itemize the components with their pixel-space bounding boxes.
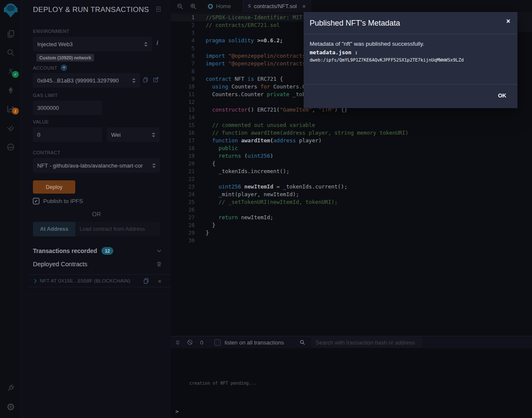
metadata-filename: metadata.json : [310,49,511,56]
ok-button[interactable]: OK [498,92,507,99]
modal-body: Metadata of "nft" was published successf… [304,34,517,84]
modal-footer: OK [304,84,517,108]
modal-close-icon[interactable]: × [506,18,510,25]
modal-title: Published NFT's Metadata [310,19,400,27]
modal-header: Published NFT's Metadata × [304,12,517,34]
published-metadata-modal: Published NFT's Metadata × Metadata of "… [304,12,517,108]
publish-success-message: Metadata of "nft" was published successf… [310,41,511,47]
ipfs-link: dweb:/ipfs/QmYL9P1Z7KE6AQvKJPFF52SX1p2TE… [310,57,511,62]
